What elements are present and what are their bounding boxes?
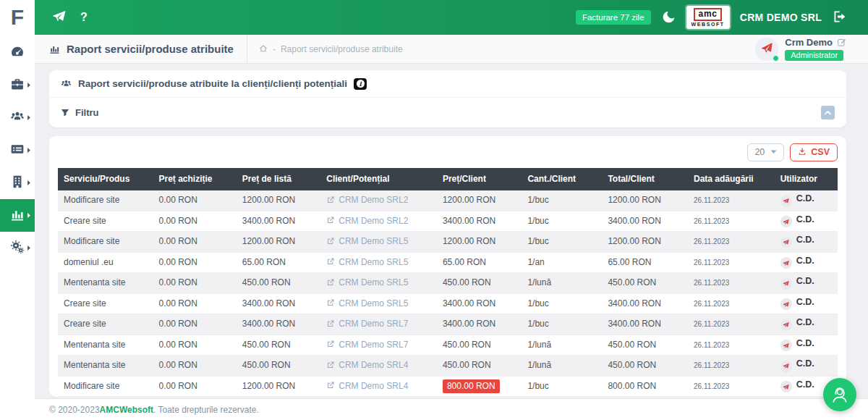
- sidebar-item-companies[interactable]: [0, 167, 35, 199]
- cell-purchase-price: 0.00 RON: [153, 252, 237, 273]
- cell-user: C.D.: [775, 314, 838, 335]
- cell-list-price: 65.00 RON: [237, 252, 320, 273]
- csv-export-button[interactable]: CSV: [790, 143, 838, 161]
- sidebar-item-business[interactable]: [0, 69, 35, 101]
- sidebar-item-dashboard[interactable]: [0, 36, 35, 69]
- cell-quantity: 1/buc: [522, 376, 602, 397]
- cell-list-price: 450.00 RON: [237, 273, 320, 294]
- app-logo[interactable]: F: [0, 0, 35, 35]
- client-link[interactable]: CRM Demo SRL4: [326, 381, 408, 391]
- cell-purchase-price: 0.00 RON: [153, 335, 237, 356]
- sidebar-item-lists[interactable]: [0, 134, 35, 167]
- body-row: Raport servicii/produse atribuite - Rapo…: [0, 35, 868, 420]
- cell-date-added: 26.11.2023: [688, 356, 775, 377]
- cell-total: 450.00 RON: [602, 335, 688, 356]
- filter-section: Filtru: [49, 98, 846, 127]
- external-link-icon: [326, 381, 335, 391]
- cell-total: 3400.00 RON: [602, 211, 688, 232]
- filter-icon: [61, 108, 69, 118]
- client-price-value: 65.00 RON: [443, 257, 486, 267]
- paper-plane-avatar-icon: [760, 41, 774, 57]
- client-link[interactable]: CRM Demo SRL5: [326, 237, 408, 247]
- edit-profile-icon[interactable]: [837, 37, 846, 48]
- topbar: F ? Facturare 77 zile amc WEBSOFT CRM DE…: [0, 0, 868, 35]
- support-chat-button[interactable]: [823, 378, 856, 411]
- sidebar-item-reports[interactable]: [0, 199, 35, 232]
- column-header[interactable]: Client/Potențial: [320, 168, 437, 190]
- cell-date-added: 26.11.2023: [688, 335, 775, 356]
- sidebar-nav: [0, 35, 35, 420]
- breadcrumb-separator: -: [273, 44, 276, 54]
- column-header[interactable]: Total/Client: [602, 168, 688, 190]
- client-link[interactable]: CRM Demo SRL5: [326, 278, 408, 288]
- cell-purchase-price: 0.00 RON: [153, 232, 237, 253]
- user-initials: C.D.: [796, 193, 814, 203]
- paper-plane-avatar-icon: [780, 257, 792, 269]
- cell-purchase-price: 0.00 RON: [153, 356, 237, 377]
- caret-right-icon: [26, 114, 32, 121]
- client-link[interactable]: CRM Demo SRL7: [326, 340, 408, 350]
- home-icon[interactable]: [259, 44, 268, 54]
- column-header[interactable]: Serviciu/Produs: [58, 168, 153, 190]
- paper-plane-icon[interactable]: [52, 9, 66, 25]
- column-header[interactable]: Data adăugării: [688, 168, 775, 190]
- page-size-select[interactable]: 20: [747, 143, 784, 161]
- client-link[interactable]: CRM Demo SRL2: [326, 216, 408, 226]
- cell-list-price: 1200.00 RON: [237, 376, 320, 397]
- cell-total: 1200.00 RON: [602, 232, 688, 253]
- user-initials: C.D.: [796, 256, 814, 266]
- sidebar-item-clients[interactable]: [0, 101, 35, 134]
- cell-user: C.D.: [775, 190, 838, 211]
- column-header[interactable]: Cant./Client: [522, 168, 602, 190]
- moon-icon[interactable]: [661, 9, 676, 26]
- csv-label: CSV: [811, 147, 830, 157]
- cell-date-added: 26.11.2023: [688, 376, 775, 397]
- cell-service: Modificare site: [58, 190, 153, 211]
- caret-right-icon: [26, 82, 32, 88]
- sidebar-item-settings[interactable]: [0, 232, 35, 264]
- user-block[interactable]: Crm Demo Administrator: [755, 37, 846, 61]
- cell-total: 65.00 RON: [602, 252, 688, 273]
- column-header[interactable]: Preț/Client: [437, 168, 522, 190]
- column-header[interactable]: Utilizator: [775, 168, 838, 190]
- billing-badge[interactable]: Facturare 77 zile: [576, 10, 651, 25]
- help-icon[interactable]: ?: [80, 11, 88, 24]
- cell-user: C.D.: [775, 252, 838, 273]
- cell-user: C.D.: [775, 232, 838, 253]
- info-icon[interactable]: i: [354, 78, 367, 90]
- cell-list-price: 1200.00 RON: [237, 232, 320, 253]
- client-link[interactable]: CRM Demo SRL7: [326, 319, 408, 329]
- cell-purchase-price: 0.00 RON: [153, 293, 237, 314]
- client-link[interactable]: CRM Demo SRL5: [326, 257, 408, 267]
- collapse-filter-button[interactable]: [821, 106, 835, 119]
- paper-plane-avatar-icon: [780, 237, 792, 248]
- cell-client-price: 800.00 RON: [437, 376, 522, 397]
- cell-purchase-price: 0.00 RON: [153, 190, 237, 211]
- user-initials: C.D.: [796, 214, 814, 224]
- cell-quantity: 1/buc: [522, 211, 602, 232]
- footer-brand-link[interactable]: AMCWebsoft: [100, 405, 153, 415]
- cell-list-price: 450.00 RON: [237, 335, 320, 356]
- external-link-icon: [326, 298, 335, 308]
- sign-out-icon[interactable]: [832, 9, 846, 25]
- client-link[interactable]: CRM Demo SRL4: [326, 361, 408, 371]
- cell-client: CRM Demo SRL4: [320, 356, 437, 377]
- column-header[interactable]: Preț achiziție: [153, 168, 237, 190]
- column-header[interactable]: Preț de listă: [237, 168, 320, 190]
- client-link[interactable]: CRM Demo SRL5: [326, 298, 408, 308]
- client-link[interactable]: CRM Demo SRL2: [326, 196, 408, 206]
- cell-quantity: 1/buc: [522, 232, 602, 253]
- client-price-value: 3400.00 RON: [443, 298, 495, 308]
- report-table-head-row: Serviciu/ProdusPreț achizițiePreț de lis…: [58, 168, 838, 190]
- external-link-icon: [326, 196, 335, 206]
- user-initials: C.D.: [796, 317, 814, 327]
- cell-quantity: 1/buc: [522, 293, 602, 314]
- amc-websoft-logo[interactable]: amc WEBSOFT: [686, 6, 730, 29]
- cell-user: C.D.: [775, 293, 838, 314]
- user-avatar[interactable]: [755, 38, 778, 61]
- cell-client-price: 3400.00 RON: [437, 314, 522, 335]
- cell-client-price: 450.00 RON: [437, 273, 522, 294]
- filter-label[interactable]: Filtru: [75, 107, 99, 118]
- user-initials: C.D.: [796, 297, 814, 307]
- company-name: CRM DEMO SRL: [740, 12, 822, 23]
